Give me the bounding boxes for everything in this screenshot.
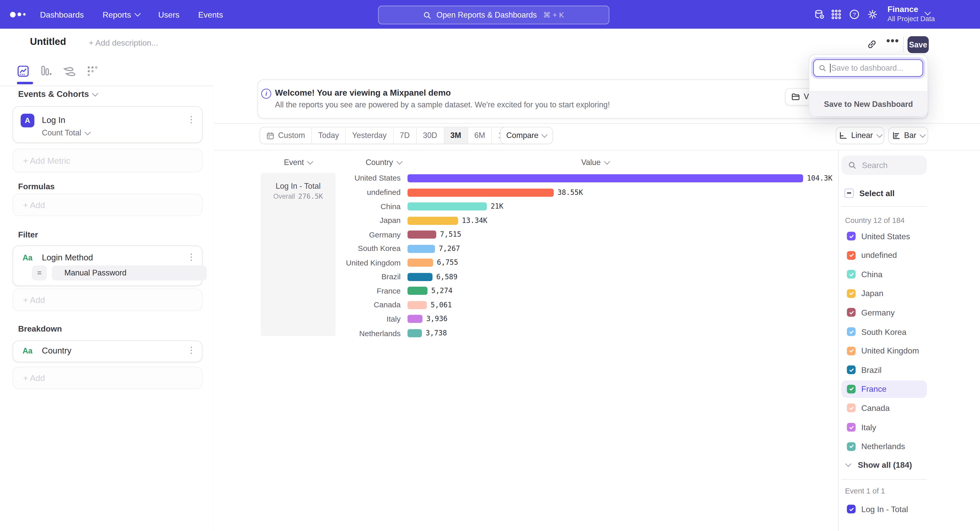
range-3m[interactable]: 3M <box>444 127 468 144</box>
range-custom[interactable]: Custom <box>260 127 312 144</box>
legend-item-label: Italy <box>861 423 876 432</box>
mixpanel-logo-icon[interactable] <box>10 0 25 29</box>
bar-japan[interactable] <box>407 217 458 225</box>
add-metric-button[interactable]: + Add Metric <box>13 149 202 173</box>
legend-country-canada[interactable]: Canada <box>841 399 927 417</box>
checkbox-checked[interactable] <box>847 366 856 374</box>
tab-retention-icon[interactable] <box>86 64 100 78</box>
legend-country-undefined[interactable]: undefined <box>841 246 927 264</box>
metric-aggregation[interactable]: Count Total <box>42 128 89 137</box>
chart-type-selector-bar[interactable]: Bar <box>888 127 928 144</box>
legend-country-france[interactable]: France <box>841 380 927 398</box>
bar-united-kingdom[interactable] <box>407 258 433 267</box>
settings-gear-icon[interactable] <box>867 9 878 20</box>
metric-kebab-icon[interactable]: ⋮ <box>187 115 196 124</box>
bar-canada[interactable] <box>407 301 427 309</box>
legend-search-input[interactable] <box>861 160 922 171</box>
show-all-button[interactable]: Show all (184) <box>841 456 927 474</box>
filter-operator[interactable]: = <box>32 265 47 281</box>
nav-item-dashboards[interactable]: Dashboards <box>40 10 84 19</box>
report-title[interactable]: Untitled <box>30 36 66 48</box>
legend-country-brazil[interactable]: Brazil <box>841 361 927 379</box>
select-all-checkbox-indeterminate[interactable] <box>845 188 854 198</box>
bar-china[interactable] <box>407 203 487 211</box>
checkbox-checked[interactable] <box>847 442 856 451</box>
bar-value-label: 5,274 <box>431 287 452 295</box>
add-description-button[interactable]: + Add description... <box>89 38 158 48</box>
breakdown-property-name[interactable]: Country <box>42 346 72 355</box>
legend-country-south-korea[interactable]: South Korea <box>841 323 927 341</box>
save-dashboard-search-input[interactable]: Save to dashboard... <box>813 59 923 77</box>
checkbox-checked[interactable] <box>847 346 856 355</box>
checkbox-checked[interactable] <box>847 385 856 393</box>
checkbox-checked[interactable] <box>847 505 856 514</box>
range-6m[interactable]: 6M <box>468 127 492 144</box>
save-to-new-dashboard-button[interactable]: Save to New Dashboard <box>809 91 928 116</box>
scale-selector-linear[interactable]: Linear <box>835 127 884 144</box>
breakdown-card[interactable]: Aa Country ⋮ <box>13 341 202 362</box>
checkbox-checked[interactable] <box>847 270 856 279</box>
legend-country-united-kingdom[interactable]: United Kingdom <box>841 342 927 360</box>
more-options-button[interactable]: ••• <box>886 35 899 48</box>
column-header-event[interactable]: Event <box>261 158 336 167</box>
tab-insights-icon[interactable] <box>16 64 30 78</box>
checkbox-checked[interactable] <box>847 423 856 431</box>
bar-undefined[interactable] <box>407 188 554 197</box>
column-header-country[interactable]: Country <box>366 158 401 167</box>
filter-value[interactable]: Manual Password <box>52 265 207 281</box>
nav-item-users[interactable]: Users <box>158 10 180 19</box>
checkbox-checked[interactable] <box>847 308 856 317</box>
add-breakdown-button[interactable]: + Add <box>13 367 202 389</box>
metric-name[interactable]: Log In <box>42 116 65 125</box>
legend-event-log-in---total[interactable]: Log In - Total <box>841 500 927 518</box>
legend-country-japan[interactable]: Japan <box>841 285 927 302</box>
events-cohorts-header[interactable]: Events & Cohorts <box>18 89 97 99</box>
checkbox-checked[interactable] <box>847 289 856 298</box>
bar-france[interactable] <box>407 287 428 295</box>
range-today[interactable]: Today <box>312 127 346 144</box>
bar-germany[interactable] <box>407 231 436 239</box>
bar-united-states[interactable] <box>407 174 803 182</box>
filter-card[interactable]: Aa Login Method ⋮ = Manual Password <box>13 245 202 286</box>
checkbox-checked[interactable] <box>847 327 856 336</box>
add-formula-button[interactable]: + Add <box>13 193 202 216</box>
chart-row: United Kingdom6,755 <box>313 256 851 270</box>
nav-item-reports[interactable]: Reports <box>103 10 140 19</box>
filter-kebab-icon[interactable]: ⋮ <box>187 252 196 261</box>
range-7d[interactable]: 7D <box>393 127 417 144</box>
bar-italy[interactable] <box>407 315 423 323</box>
copy-link-icon[interactable] <box>866 39 877 50</box>
legend-country-germany[interactable]: Germany <box>841 304 927 321</box>
legend-country-united-states[interactable]: United States <box>841 227 927 245</box>
breakdown-kebab-icon[interactable]: ⋮ <box>187 346 196 354</box>
select-all-row[interactable]: Select all <box>841 184 927 202</box>
bar-south-korea[interactable] <box>407 244 435 253</box>
apps-grid-icon[interactable] <box>831 9 842 20</box>
range-yesterday[interactable]: Yesterday <box>346 127 393 144</box>
checkbox-checked[interactable] <box>847 232 856 241</box>
range-30d[interactable]: 30D <box>417 127 444 144</box>
tab-funnels-icon[interactable] <box>39 64 53 78</box>
add-filter-button[interactable]: + Add <box>13 288 202 311</box>
data-management-icon[interactable] <box>814 9 825 20</box>
column-header-value[interactable]: Value <box>581 158 609 167</box>
legend-search-box[interactable] <box>841 155 927 175</box>
checkbox-checked[interactable] <box>847 251 856 259</box>
nav-item-events[interactable]: Events <box>198 10 223 19</box>
select-all-label: Select all <box>859 188 894 198</box>
bar-category-label: South Korea <box>313 244 401 253</box>
save-button[interactable]: Save <box>907 36 929 53</box>
tab-flows-icon[interactable] <box>62 64 76 78</box>
help-icon[interactable]: ? <box>849 9 860 20</box>
compare-button[interactable]: Compare <box>500 127 553 144</box>
checkbox-checked[interactable] <box>847 404 856 412</box>
bar-netherlands[interactable] <box>407 329 422 338</box>
legend-country-netherlands[interactable]: Netherlands <box>841 437 927 455</box>
metric-card[interactable]: A Log In ⋮ Count Total <box>13 106 202 143</box>
bar-brazil[interactable] <box>407 273 433 281</box>
filter-property-name[interactable]: Login Method <box>42 253 93 262</box>
legend-country-china[interactable]: China <box>841 265 927 283</box>
legend-country-italy[interactable]: Italy <box>841 418 927 436</box>
legend-item-label: United States <box>861 231 910 241</box>
global-search-button[interactable]: Open Reports & Dashboards ⌘ + K <box>378 6 609 24</box>
